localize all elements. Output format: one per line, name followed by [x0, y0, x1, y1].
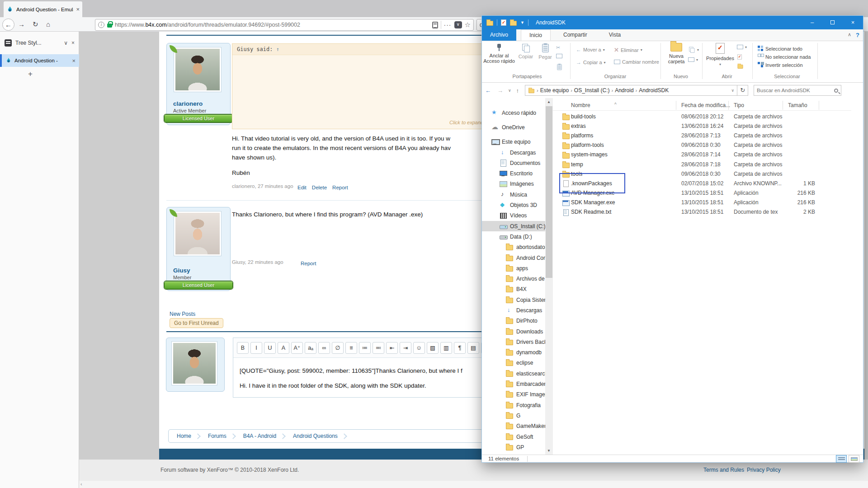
editor-toolbar-button[interactable]: ≔	[359, 342, 371, 354]
properties-button[interactable]: Propiedades▾	[704, 43, 736, 67]
scrollbar-thumb[interactable]	[546, 106, 552, 278]
editor-toolbar-button[interactable]: ¶	[454, 342, 466, 354]
file-row[interactable]: temp 28/06/2018 7:18 Carpeta de archivos	[553, 160, 863, 169]
tab-compartir[interactable]: Compartir	[555, 29, 595, 41]
select-all-button[interactable]: Seleccionar todo	[758, 46, 802, 52]
reader-mode-icon[interactable]	[432, 22, 438, 28]
tab-archivo[interactable]: Archivo	[482, 29, 516, 41]
refresh-button[interactable]: ↻	[737, 85, 748, 96]
tab-inicio[interactable]: Inicio	[521, 29, 551, 41]
url-text[interactable]: https://www.b4x.com/android/forum/thread…	[115, 22, 429, 28]
select-none-button[interactable]: No seleccionar nada	[758, 54, 811, 60]
tree-item[interactable]: Acceso rápido	[482, 108, 545, 118]
page-actions-icon[interactable]: ···	[444, 21, 452, 28]
new-posts-link[interactable]: New Posts	[170, 311, 195, 317]
history-button[interactable]	[737, 63, 744, 69]
editor-toolbar-button[interactable]: ⇥	[400, 342, 411, 354]
tree-item[interactable]: DirPhoto	[482, 316, 545, 326]
tree-item[interactable]: Android Contr	[482, 253, 545, 263]
invert-selection-button[interactable]: Invertir selección	[758, 62, 803, 68]
address-segment[interactable]: AndroidSDK	[639, 87, 669, 94]
tree-item[interactable]: B4X	[482, 284, 545, 295]
tab-vista[interactable]: Vista	[601, 29, 629, 41]
maximize-button[interactable]	[822, 16, 843, 29]
tree-item[interactable]: Copia Sistema	[482, 295, 545, 305]
avatar[interactable]	[174, 47, 221, 92]
tab-close-icon[interactable]: ×	[76, 6, 80, 13]
copy-to-button[interactable]: →Copiar a▾	[576, 59, 606, 66]
column-date[interactable]: Fecha de modifica...	[681, 102, 730, 108]
editor-toolbar-button[interactable]: U	[264, 342, 276, 354]
post-action-link[interactable]: Report	[332, 185, 348, 190]
recent-locations-icon[interactable]: ∨	[506, 88, 513, 93]
tree-scrollbar[interactable]: ▲ ▼	[545, 98, 553, 455]
reload-button[interactable]: ↻	[33, 20, 38, 28]
address-breadcrumb[interactable]: › Este equipo › OS_Install (C:) › Androi…	[525, 85, 737, 96]
folder-icon[interactable]	[486, 21, 493, 26]
close-button[interactable]: ×	[843, 16, 863, 29]
file-row[interactable]: platforms 28/06/2018 7:13 Carpeta de arc…	[553, 131, 863, 140]
new-folder-qat-icon[interactable]	[510, 21, 517, 26]
page-info-icon[interactable]: i	[98, 22, 104, 28]
tree-item[interactable]: Imágenes	[482, 179, 545, 189]
editor-toolbar-button[interactable]: B	[237, 342, 249, 354]
post-action-link[interactable]: Edit	[297, 185, 307, 190]
file-row[interactable]: system-images 28/06/2018 7:14 Carpeta de…	[553, 150, 863, 160]
bookmark-star-icon[interactable]: ☆	[465, 21, 471, 29]
sidebar-close-icon[interactable]: ×	[71, 40, 75, 46]
terms-link[interactable]: Terms and Rules	[703, 467, 744, 473]
file-row[interactable]: extras 13/06/2018 16:24 Carpeta de archi…	[553, 121, 863, 131]
tree-item[interactable]: G	[482, 410, 545, 421]
editor-toolbar-button[interactable]: ∅	[332, 342, 344, 354]
tree-item[interactable]: GP	[482, 442, 545, 452]
pin-quick-access-button[interactable]: Anclar alAcceso rápido	[483, 44, 515, 64]
sidebar-dropdown-icon[interactable]: ∨	[64, 40, 68, 46]
tree-item[interactable]: EXIF Imagenes	[482, 389, 545, 400]
address-segment[interactable]: Android	[615, 87, 633, 94]
thumbnail-view-button[interactable]	[849, 455, 859, 463]
collapse-ribbon-icon[interactable]: ∧	[848, 32, 851, 38]
browser-tab[interactable]: Android Question - Emulator | B ×	[4, 1, 82, 17]
quote-jump-arrow[interactable]: ↑	[276, 46, 279, 52]
file-row[interactable]: build-tools 08/06/2018 20:12 Carpeta de …	[553, 112, 863, 121]
tree-item[interactable]: OS_Install (C:)	[482, 221, 545, 231]
new-tab-button[interactable]: +	[28, 70, 33, 79]
tree-item[interactable]: Data (D:)	[482, 231, 545, 242]
post1-username[interactable]: clarionero	[173, 100, 203, 107]
address-segment[interactable]: OS_Install (C:)	[574, 87, 610, 94]
new-folder-button[interactable]: Nuevacarpeta	[665, 43, 688, 64]
avatar[interactable]	[174, 211, 221, 256]
nav-back-button[interactable]: ←	[482, 87, 494, 94]
url-bar[interactable]: i https://www.b4x.com/android/forum/thre…	[95, 19, 474, 31]
tree-item[interactable]: Archivos de pr	[482, 273, 545, 284]
file-row[interactable]: SDK Readme.txt 13/10/2015 18:51 Document…	[553, 207, 863, 217]
easy-access-button[interactable]: ▾	[688, 57, 698, 62]
rename-button[interactable]: Cambiar nombre	[614, 59, 659, 65]
editor-toolbar-button[interactable]: ▤	[467, 342, 479, 354]
nav-forward-button[interactable]: →	[494, 87, 506, 94]
pocket-icon[interactable]: ∨	[454, 21, 462, 28]
home-button[interactable]: ⌂	[46, 20, 50, 28]
tree-item[interactable]: OneDrive	[482, 122, 545, 132]
breadcrumb-link[interactable]: B4A - Android	[241, 433, 278, 439]
post-action-link[interactable]: Delete	[312, 185, 327, 190]
column-name[interactable]: Nombre	[571, 102, 590, 108]
post2-username[interactable]: Giusy	[173, 267, 190, 274]
forward-button[interactable]: →	[18, 20, 25, 28]
address-dropdown-icon[interactable]: ∨	[731, 88, 735, 93]
copy-path-button[interactable]	[556, 54, 562, 58]
editor-toolbar-button[interactable]: ⇤	[386, 342, 398, 354]
open-button[interactable]: ▾	[737, 45, 747, 49]
tree-item[interactable]: Vídeos	[482, 211, 545, 221]
editor-toolbar-button[interactable]: ▥	[440, 342, 452, 354]
details-view-button[interactable]	[836, 455, 847, 463]
tree-item[interactable]: Este equipo	[482, 137, 545, 147]
edit-button[interactable]	[737, 54, 742, 60]
move-to-button[interactable]: ←Mover a▾	[576, 47, 605, 53]
tree-item[interactable]: Embarcadero S	[482, 379, 545, 389]
tree-item[interactable]: Descargas	[482, 305, 545, 315]
tree-item[interactable]: GameMaker-St	[482, 421, 545, 432]
sidebar-tab-close-icon[interactable]: ×	[72, 57, 75, 64]
editor-toolbar-button[interactable]: ▧	[427, 342, 439, 354]
tree-item[interactable]: eclipse	[482, 358, 545, 368]
